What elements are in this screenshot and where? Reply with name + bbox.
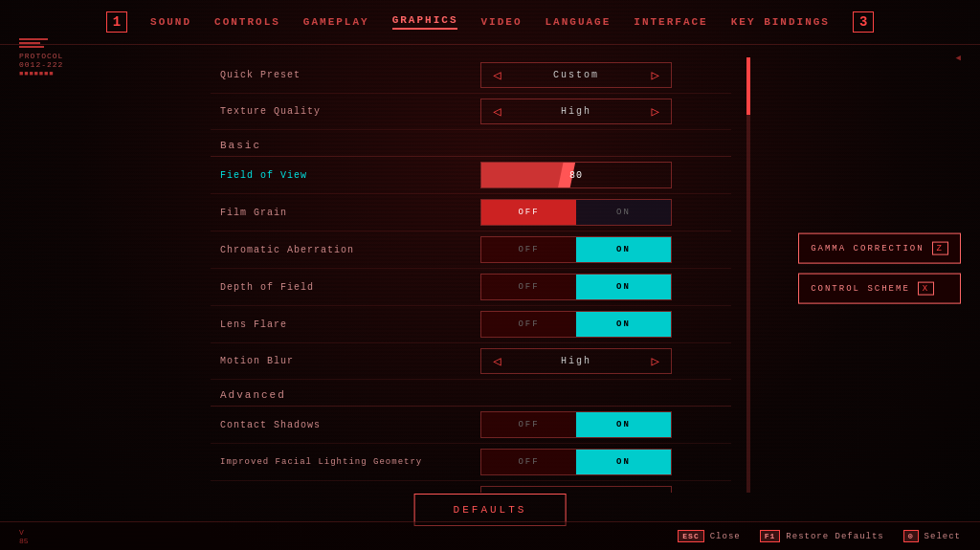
section-advanced-header: Advanced: [211, 380, 731, 407]
anisotropy-control[interactable]: ◁ 16 ▷: [431, 486, 722, 493]
restore-label: Restore Defaults: [786, 532, 883, 541]
motion-blur-arrow-left[interactable]: ◁: [493, 353, 501, 369]
top-navigation: 1 SOUND CONTROLS GAMEPLAY GRAPHICS VIDEO…: [0, 0, 980, 45]
fov-control[interactable]: 80: [431, 162, 722, 188]
control-scheme-label: CONTROL SCHEME: [811, 283, 910, 293]
fov-row: Field of View 80: [211, 157, 731, 194]
film-grain-label: Film Grain: [220, 208, 431, 218]
facial-lighting-toggle[interactable]: OFF ON: [480, 449, 672, 475]
nav-item-gameplay[interactable]: GAMEPLAY: [303, 16, 369, 28]
motion-blur-row: Motion Blur ◁ High ▷: [211, 343, 731, 380]
nav-item-interface[interactable]: INTERFACE: [634, 16, 707, 28]
quick-preset-row: Quick Preset ◁ Custom ▷: [211, 57, 731, 94]
quick-preset-control[interactable]: ◁ Custom ▷: [431, 62, 722, 88]
anisotropy-arrow-right[interactable]: ▷: [652, 491, 659, 493]
dof-on[interactable]: ON: [576, 275, 671, 299]
settings-area: Quick Preset ◁ Custom ▷ Texture Quality …: [211, 48, 731, 493]
lens-flare-label: Lens Flare: [220, 319, 431, 330]
quick-preset-selector[interactable]: ◁ Custom ▷: [480, 62, 672, 88]
scrollbar-thumb[interactable]: [746, 57, 750, 115]
nav-item-language[interactable]: LANGUAGE: [546, 16, 612, 28]
motion-blur-arrow-right[interactable]: ▷: [652, 353, 659, 369]
motion-blur-control[interactable]: ◁ High ▷: [431, 348, 722, 374]
lens-flare-row: Lens Flare OFF ON: [211, 306, 731, 343]
control-scheme-button[interactable]: CONTROL SCHEME X: [798, 273, 961, 303]
version-v: V: [19, 528, 24, 537]
control-scheme-key: X: [918, 281, 934, 295]
fov-label: Field of View: [220, 170, 431, 181]
corner-indicator: ◀: [956, 53, 961, 63]
texture-quality-control[interactable]: ◁ High ▷: [431, 99, 722, 124]
texture-quality-label: Texture Quality: [220, 106, 431, 117]
motion-blur-selector[interactable]: ◁ High ▷: [480, 348, 672, 374]
logo-line-1: [19, 38, 48, 40]
film-grain-row: Film Grain OFF ON: [211, 194, 731, 231]
film-grain-control[interactable]: OFF ON: [431, 199, 722, 226]
lens-flare-control[interactable]: OFF ON: [431, 311, 722, 338]
film-grain-toggle[interactable]: OFF ON: [480, 199, 672, 226]
gamma-correction-key: Z: [932, 241, 948, 254]
facial-lighting-label: Improved Facial Lighting Geometry: [220, 457, 431, 467]
chromatic-off[interactable]: OFF: [481, 237, 576, 262]
lens-flare-on[interactable]: ON: [576, 312, 671, 337]
quick-preset-arrow-right[interactable]: ▷: [652, 67, 659, 83]
film-grain-off[interactable]: OFF: [481, 200, 576, 225]
texture-arrow-right[interactable]: ▷: [652, 103, 659, 120]
texture-quality-value: High: [508, 106, 643, 117]
dof-off[interactable]: OFF: [481, 275, 576, 299]
chromatic-label: Chromatic Aberration: [220, 245, 431, 255]
facial-lighting-on[interactable]: ON: [576, 450, 671, 474]
version-num: 85: [19, 537, 29, 545]
motion-blur-label: Motion Blur: [220, 356, 431, 366]
logo-line-2: [19, 42, 40, 44]
facial-lighting-off[interactable]: OFF: [481, 450, 576, 474]
motion-blur-value: High: [508, 356, 643, 366]
chromatic-on[interactable]: ON: [576, 237, 671, 262]
contact-shadows-off[interactable]: OFF: [481, 412, 576, 437]
nav-item-controls[interactable]: CONTROLS: [214, 16, 280, 28]
side-buttons: GAMMA CORRECTION Z CONTROL SCHEME X: [798, 232, 961, 303]
nav-item-sound[interactable]: SOUND: [150, 16, 191, 28]
close-label: Close: [710, 532, 741, 541]
select-action: ⊙ Select: [903, 530, 961, 542]
nav-item-graphics[interactable]: GRAPHICS: [392, 14, 458, 30]
facial-lighting-control[interactable]: OFF ON: [431, 449, 722, 475]
anisotropy-arrow-left[interactable]: ◁: [493, 491, 501, 493]
dof-row: Depth of Field OFF ON: [211, 269, 731, 306]
contact-shadows-row: Contact Shadows OFF ON: [211, 407, 731, 444]
restore-defaults-action: F1 Restore Defaults: [760, 530, 884, 542]
close-key: ESC: [678, 530, 703, 542]
contact-shadows-label: Contact Shadows: [220, 420, 431, 430]
contact-shadows-toggle[interactable]: OFF ON: [480, 411, 672, 438]
lens-flare-toggle[interactable]: OFF ON: [480, 311, 672, 338]
fov-slider[interactable]: 80: [480, 162, 672, 188]
version-info: V 85: [19, 528, 29, 545]
bottom-bar: ESC Close F1 Restore Defaults ⊙ Select: [0, 521, 980, 550]
dof-control[interactable]: OFF ON: [431, 274, 722, 300]
fov-value: 80: [481, 170, 671, 181]
texture-arrow-left[interactable]: ◁: [493, 103, 501, 120]
gamma-correction-label: GAMMA CORRECTION: [811, 243, 924, 253]
film-grain-on[interactable]: ON: [576, 200, 671, 225]
lens-flare-off[interactable]: OFF: [481, 312, 576, 337]
dof-toggle[interactable]: OFF ON: [480, 274, 672, 300]
chromatic-toggle[interactable]: OFF ON: [480, 236, 672, 263]
contact-shadows-control[interactable]: OFF ON: [431, 411, 722, 438]
nav-item-keybindings[interactable]: KEY BINDINGS: [731, 16, 830, 28]
anisotropy-selector[interactable]: ◁ 16 ▷: [480, 486, 672, 493]
contact-shadows-on[interactable]: ON: [576, 412, 671, 437]
texture-quality-selector[interactable]: ◁ High ▷: [480, 99, 672, 124]
nav-item-video[interactable]: VIDEO: [480, 16, 522, 28]
scrollbar[interactable]: [746, 57, 750, 493]
anisotropy-row: Anisotropy ◁ 16 ▷: [211, 481, 731, 493]
quick-preset-value: Custom: [508, 70, 643, 80]
facial-lighting-row: Improved Facial Lighting Geometry OFF ON: [211, 444, 731, 481]
gamma-correction-button[interactable]: GAMMA CORRECTION Z: [798, 232, 961, 263]
section-basic-header: Basic: [211, 130, 731, 157]
chromatic-row: Chromatic Aberration OFF ON: [211, 231, 731, 269]
quick-preset-arrow-left[interactable]: ◁: [493, 67, 501, 83]
quick-preset-label: Quick Preset: [220, 70, 431, 80]
logo-area: PROTOCOL0012-222■■■■■■■: [19, 38, 63, 77]
select-label: Select: [924, 532, 961, 541]
chromatic-control[interactable]: OFF ON: [431, 236, 722, 263]
